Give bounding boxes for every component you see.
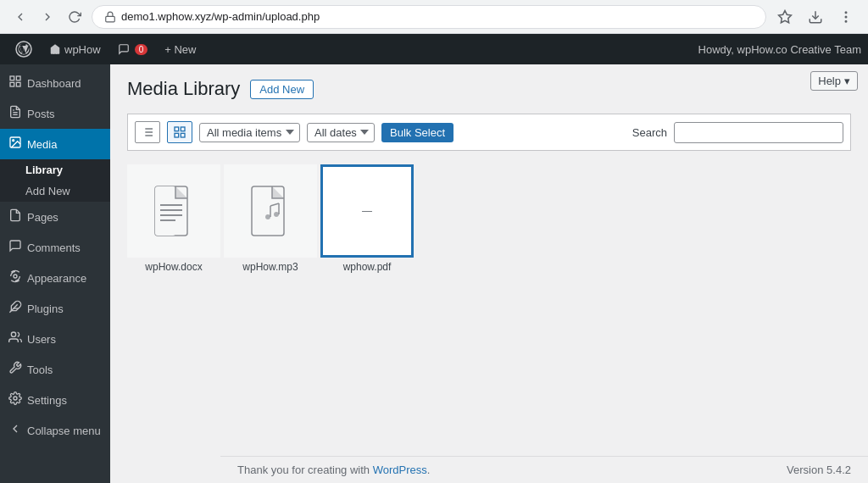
- sidebar-item-dashboard[interactable]: Dashboard: [0, 68, 110, 98]
- users-icon: [8, 330, 22, 347]
- refresh-button[interactable]: [64, 7, 85, 27]
- settings-icon: [8, 391, 22, 408]
- comments-label: Comments: [27, 242, 81, 254]
- pdf-icon: —: [323, 167, 411, 255]
- wordpress-link[interactable]: WordPress: [373, 464, 427, 476]
- media-filename-pdf: wphow.pdf: [320, 261, 414, 273]
- svg-rect-9: [16, 82, 20, 86]
- footer-thank-you: Thank you for creating with WordPress.: [237, 464, 430, 476]
- svg-point-19: [14, 397, 17, 400]
- browser-actions: [773, 5, 858, 29]
- svg-rect-26: [175, 127, 179, 131]
- svg-point-18: [11, 332, 15, 336]
- appearance-label: Appearance: [27, 272, 86, 285]
- admin-bar-home[interactable]: wpHow: [41, 34, 109, 64]
- lock-icon: [104, 11, 116, 23]
- tools-label: Tools: [27, 364, 53, 376]
- dashboard-label: Dashboard: [27, 77, 81, 90]
- sidebar-item-pages[interactable]: Pages: [0, 202, 110, 232]
- sidebar-item-settings[interactable]: Settings: [0, 385, 110, 415]
- media-toolbar: All media items All dates Bulk Select Se…: [127, 114, 851, 151]
- collapse-label: Collapse menu: [27, 425, 101, 437]
- sidebar-sub-item-addnew[interactable]: Add New: [0, 180, 110, 202]
- users-label: Users: [27, 333, 56, 346]
- svg-marker-1: [779, 10, 792, 22]
- star-button[interactable]: [773, 5, 797, 29]
- admin-bar-comments[interactable]: 0: [109, 34, 157, 64]
- footer-version: Version 5.4.2: [787, 464, 851, 476]
- svg-rect-29: [175, 133, 179, 137]
- svg-rect-27: [181, 127, 185, 131]
- media-label: Media: [27, 138, 57, 151]
- posts-icon: [8, 105, 22, 122]
- page-header: Media Library Add New Help ▾: [127, 78, 851, 100]
- sidebar-item-users[interactable]: Users: [0, 324, 110, 354]
- help-button[interactable]: Help ▾: [810, 71, 858, 91]
- sidebar-sub-item-library[interactable]: Library: [0, 159, 110, 180]
- url-bar[interactable]: demo1.wphow.xyz/wp-admin/upload.php: [92, 5, 766, 29]
- sidebar-item-plugins[interactable]: Plugins: [0, 293, 110, 324]
- svg-point-15: [14, 275, 17, 278]
- grid-view-button[interactable]: [167, 121, 192, 143]
- settings-label: Settings: [27, 394, 67, 407]
- notification-badge: 0: [135, 44, 148, 55]
- sidebar-item-appearance[interactable]: Appearance: [0, 263, 110, 293]
- forward-button[interactable]: [37, 7, 58, 27]
- media-item-pdf[interactable]: — wphow.pdf: [320, 164, 414, 273]
- svg-rect-8: [16, 76, 20, 80]
- search-input[interactable]: [674, 122, 843, 143]
- comments-icon: [8, 239, 22, 256]
- tools-icon: [8, 361, 22, 378]
- download-button[interactable]: [804, 5, 827, 29]
- date-filter[interactable]: All dates: [307, 123, 375, 142]
- sidebar-item-tools[interactable]: Tools: [0, 354, 110, 385]
- wp-logo-item[interactable]: [7, 34, 41, 64]
- mp3-icon: [248, 185, 292, 237]
- media-filename-docx: wpHow.docx: [127, 261, 220, 273]
- plugins-label: Plugins: [27, 303, 64, 315]
- wp-logo-icon: [15, 41, 32, 58]
- wp-footer: Thank you for creating with WordPress. V…: [220, 456, 868, 483]
- dashboard-icon: [8, 75, 22, 92]
- site-name-label: wpHow: [64, 43, 101, 56]
- svg-rect-0: [106, 16, 115, 21]
- sidebar: Dashboard Posts Media Library Add New: [0, 64, 110, 483]
- media-type-filter[interactable]: All media items: [199, 123, 300, 142]
- pages-icon: [8, 208, 22, 225]
- search-label: Search: [632, 126, 667, 139]
- new-label: + New: [164, 43, 196, 56]
- media-icon: [8, 136, 22, 153]
- back-button[interactable]: [10, 7, 31, 27]
- svg-point-3: [845, 12, 847, 14]
- docx-icon: [152, 185, 196, 237]
- sidebar-item-media[interactable]: Media: [0, 129, 110, 159]
- sidebar-item-posts[interactable]: Posts: [0, 98, 110, 129]
- add-new-button[interactable]: Add New: [250, 80, 314, 99]
- collapse-icon: [8, 422, 22, 439]
- grid-view-icon: [173, 125, 186, 139]
- admin-bar-new[interactable]: + New: [156, 34, 204, 64]
- list-view-icon: [141, 125, 154, 139]
- content-area: Media Library Add New Help ▾ All media i…: [110, 64, 868, 483]
- help-arrow-icon: ▾: [844, 75, 850, 87]
- home-icon: [49, 43, 61, 55]
- admin-bar-right: Howdy, wpHow.co Creative Team: [698, 43, 861, 56]
- content-scroll: Media Library Add New Help ▾ All media i…: [110, 64, 868, 483]
- menu-button[interactable]: [834, 5, 858, 29]
- page-title: Media Library: [127, 78, 240, 100]
- sidebar-item-comments[interactable]: Comments: [0, 232, 110, 263]
- media-filename-mp3: wpHow.mp3: [224, 261, 317, 273]
- wp-wrapper: Dashboard Posts Media Library Add New: [0, 64, 868, 483]
- svg-rect-7: [10, 76, 14, 80]
- media-item-docx[interactable]: wpHow.docx: [127, 164, 220, 273]
- plugins-icon: [8, 300, 22, 317]
- comment-icon: [118, 43, 130, 55]
- media-grid: wpHow.docx: [127, 164, 851, 273]
- sidebar-item-collapse[interactable]: Collapse menu: [0, 415, 110, 446]
- svg-rect-28: [181, 133, 185, 137]
- list-view-button[interactable]: [135, 121, 160, 143]
- svg-point-14: [13, 140, 14, 142]
- media-item-mp3[interactable]: wpHow.mp3: [224, 164, 317, 273]
- bulk-select-button[interactable]: Bulk Select: [381, 123, 453, 142]
- sidebar-media-section: Media Library Add New: [0, 129, 110, 202]
